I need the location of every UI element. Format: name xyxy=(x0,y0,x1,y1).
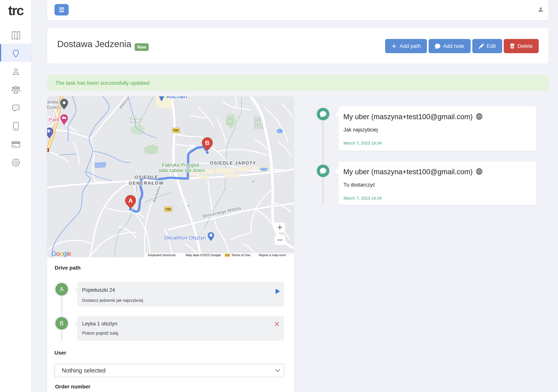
svg-text:Decathlon Olsztyn: Decathlon Olsztyn xyxy=(164,235,206,241)
svg-text:Map data ©2023 Google: Map data ©2023 Google xyxy=(186,253,221,257)
svg-text:sala zabaw dla dzieci: sala zabaw dla dzieci xyxy=(159,167,205,173)
svg-text:B: B xyxy=(205,139,209,146)
svg-text:598: 598 xyxy=(166,208,171,211)
svg-text:598: 598 xyxy=(173,129,179,132)
svg-text:Keyboard shortcuts: Keyboard shortcuts xyxy=(148,253,175,257)
svg-text:Fabryka Przygód -: Fabryka Przygód - xyxy=(162,162,202,168)
svg-text:Report a map error: Report a map error xyxy=(259,253,286,257)
svg-text:1: 1 xyxy=(47,149,48,152)
svg-text:Auchan: Auchan xyxy=(166,96,187,99)
svg-text:Park: Park xyxy=(49,117,60,122)
svg-text:Terms of Use: Terms of Use xyxy=(231,253,250,257)
svg-text:598: 598 xyxy=(225,254,230,257)
svg-text:OSIEDLE JAROTY: OSIEDLE JAROTY xyxy=(210,160,256,166)
svg-text:Dzieci: Dzieci xyxy=(47,105,59,110)
svg-text:andia: andia xyxy=(47,99,58,105)
svg-text:A: A xyxy=(128,197,133,204)
svg-text:GENERAŁÓW: GENERAŁÓW xyxy=(129,181,164,186)
svg-text:OSIEDLE: OSIEDLE xyxy=(134,175,158,180)
svg-text:Google: Google xyxy=(52,250,71,257)
